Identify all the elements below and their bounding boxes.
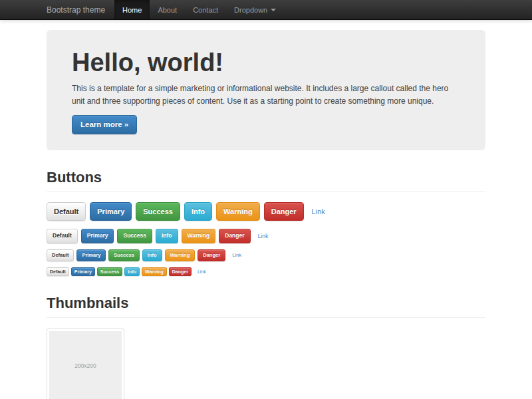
- info-button-md[interactable]: Info: [156, 229, 178, 243]
- info-button-xs[interactable]: Info: [124, 267, 140, 277]
- nav-item-label: Contact: [193, 6, 218, 14]
- navbar: Bootstrap theme HomeAboutContactDropdown: [0, 0, 532, 20]
- link-button-sm[interactable]: Link: [232, 252, 241, 258]
- hero-text: This is a template for a simple marketin…: [72, 82, 460, 108]
- nav-item-label: Home: [122, 6, 142, 14]
- link-button-lg[interactable]: Link: [312, 207, 325, 215]
- thumbnail[interactable]: 200x200: [47, 329, 124, 399]
- danger-button-sm[interactable]: Danger: [198, 249, 225, 261]
- nav-item-label: About: [158, 6, 177, 14]
- primary-button-md[interactable]: Primary: [81, 229, 114, 243]
- learn-more-button[interactable]: Learn more »: [72, 115, 137, 134]
- navbar-brand[interactable]: Bootstrap theme: [47, 0, 114, 19]
- warning-button-lg[interactable]: Warning: [216, 202, 260, 221]
- success-button-sm[interactable]: Success: [108, 249, 139, 261]
- buttons-section-title: Buttons: [47, 169, 485, 186]
- nav-item-contact[interactable]: Contact: [185, 0, 226, 19]
- placeholder-label: 200x200: [74, 362, 96, 369]
- success-button-lg[interactable]: Success: [136, 202, 180, 221]
- primary-button-xs[interactable]: Primary: [71, 267, 95, 277]
- info-button-lg[interactable]: Info: [184, 202, 212, 221]
- danger-button-xs[interactable]: Danger: [169, 267, 192, 277]
- button-rows: DefaultPrimarySuccessInfoWarningDangerLi…: [47, 202, 485, 276]
- link-button-md[interactable]: Link: [258, 233, 269, 239]
- nav-item-label: Dropdown: [234, 6, 267, 14]
- navbar-nav: HomeAboutContactDropdown: [114, 0, 284, 19]
- warning-button-md[interactable]: Warning: [182, 229, 216, 243]
- nav-item-dropdown[interactable]: Dropdown: [226, 0, 284, 19]
- thumbnails-section-title: Thumbnails: [47, 295, 485, 311]
- thumbnails-section-header: Thumbnails: [47, 295, 485, 317]
- link-button-xs[interactable]: Link: [198, 269, 206, 274]
- success-button-md[interactable]: Success: [117, 229, 152, 243]
- nav-item-home[interactable]: Home: [114, 0, 150, 19]
- primary-button-sm[interactable]: Primary: [76, 249, 106, 261]
- placeholder-image: 200x200: [49, 331, 122, 399]
- navbar-inner: Bootstrap theme HomeAboutContactDropdown: [47, 0, 485, 19]
- page-container: Hello, world! This is a template for a s…: [47, 30, 485, 399]
- hero-unit: Hello, world! This is a template for a s…: [47, 30, 485, 150]
- warning-button-xs[interactable]: Warning: [142, 267, 167, 277]
- default-button-md[interactable]: Default: [47, 229, 78, 243]
- default-button-lg[interactable]: Default: [47, 202, 86, 221]
- primary-button-lg[interactable]: Primary: [90, 202, 132, 221]
- buttons-section-header: Buttons: [47, 169, 485, 192]
- hero-title: Hello, world!: [72, 49, 460, 77]
- danger-button-lg[interactable]: Danger: [264, 202, 304, 221]
- danger-button-md[interactable]: Danger: [219, 229, 250, 243]
- default-button-xs[interactable]: Default: [47, 267, 69, 277]
- button-row-lg: DefaultPrimarySuccessInfoWarningDangerLi…: [47, 202, 485, 221]
- nav-item-about[interactable]: About: [150, 0, 185, 19]
- success-button-xs[interactable]: Success: [97, 267, 122, 277]
- default-button-sm[interactable]: Default: [47, 249, 74, 261]
- button-row-sm: DefaultPrimarySuccessInfoWarningDangerLi…: [47, 249, 485, 261]
- caret-down-icon: [271, 9, 276, 11]
- button-row-md: DefaultPrimarySuccessInfoWarningDangerLi…: [47, 229, 485, 243]
- info-button-sm[interactable]: Info: [142, 249, 162, 261]
- button-row-xs: DefaultPrimarySuccessInfoWarningDangerLi…: [47, 267, 485, 277]
- warning-button-sm[interactable]: Warning: [165, 249, 196, 261]
